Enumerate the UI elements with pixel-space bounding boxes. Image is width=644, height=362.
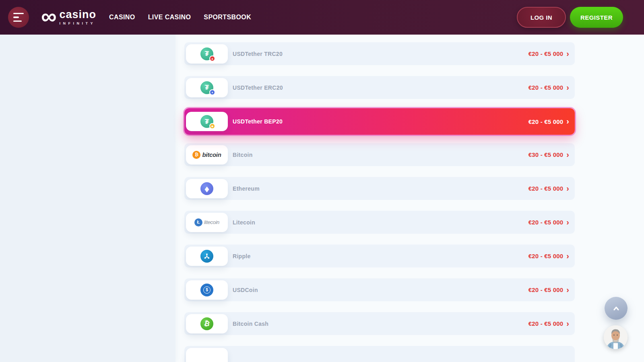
nav-item-live-casino[interactable]: LIVE CASINO [148, 14, 191, 21]
payment-methods-list: ₮▲ USDTether TRC20 €20 - €5 000 › ₮♦ USD… [184, 42, 575, 362]
hamburger-menu-icon[interactable] [8, 7, 29, 28]
row-chevron-icon: › [566, 218, 569, 226]
nav-item-sportsbook[interactable]: SPORTSBOOK [204, 14, 251, 21]
litecoin-coin-icon: Ł [194, 218, 202, 226]
payment-limits-wrap: €30 - €5 000 › [528, 151, 575, 159]
payment-method-row[interactable]: ₿bitcoin Bitcoin €30 - €5 000 › [184, 143, 575, 166]
payment-method-name: Ethereum [233, 185, 260, 192]
payment-limits-wrap: €20 - €5 000 › [528, 185, 575, 193]
bitcoin-cash-coin-icon: ₿ [200, 317, 213, 330]
payment-limits-wrap: €20 - €5 000 › [528, 84, 575, 92]
payment-method-name: USDCoin [233, 287, 258, 293]
ethereum-badge-icon: ♦ [209, 89, 215, 95]
bitcoin-icon: ₿bitcoin [186, 145, 228, 165]
left-background-panel [0, 35, 175, 362]
tether-ethereum-icon: ₮♦ [186, 78, 228, 97]
payment-limits: €20 - €5 000 [528, 253, 564, 259]
payment-method-name: Bitcoin [233, 152, 253, 158]
nav-item-casino[interactable]: CASINO [109, 14, 135, 21]
payment-method-row[interactable]: ◆ Ethereum €20 - €5 000 › [184, 177, 575, 200]
payment-method-row[interactable]: › [184, 346, 575, 362]
litecoin-icon: Łlitecoin [186, 213, 228, 232]
main-nav: CASINO LIVE CASINO SPORTSBOOK [109, 14, 251, 21]
tether-binance-icon: ₮◆ [186, 112, 228, 131]
login-button[interactable]: LOG IN [517, 7, 566, 28]
payment-method-row[interactable]: Łlitecoin Litecoin €20 - €5 000 › [184, 211, 575, 234]
payment-limits: €30 - €5 000 [528, 151, 564, 158]
register-button[interactable]: REGISTER [570, 7, 623, 28]
payment-method-name: USDTether BEP20 [233, 118, 283, 125]
bitcoin-coin-icon: ₿ [192, 151, 200, 159]
payment-method-row[interactable]: ₮▲ USDTether TRC20 €20 - €5 000 › [184, 42, 575, 65]
usdcoin-coin-icon: $ [200, 284, 213, 296]
payment-limits-wrap: €20 - €5 000 › [528, 320, 575, 328]
ethereum-icon: ◆ [186, 179, 228, 198]
logo-subtitle: infinity [60, 21, 97, 25]
logo-title: casino [60, 9, 97, 20]
payment-limits: €20 - €5 000 [528, 185, 564, 192]
row-chevron-icon: › [566, 49, 569, 58]
tether-tron-icon: ₮▲ [186, 44, 228, 64]
payment-method-name: USDTether TRC20 [233, 51, 283, 57]
payment-method-name: USDTether ERC20 [233, 84, 283, 91]
row-chevron-icon: › [566, 319, 569, 327]
hamburger-bars [13, 13, 24, 22]
payment-method-row[interactable]: ₮♦ USDTether ERC20 €20 - €5 000 › [184, 76, 575, 99]
payment-limits-wrap: €20 - €5 000 › [528, 117, 575, 125]
row-chevron-icon: › [566, 184, 569, 192]
row-chevron-icon: › [566, 252, 569, 260]
infinity-icon: ∞ [41, 8, 57, 25]
support-agent-avatar[interactable] [604, 325, 627, 349]
tether-coin-icon: ₮♦ [200, 81, 213, 94]
tron-badge-icon: ▲ [209, 56, 215, 62]
payment-method-row[interactable]: ₿ Bitcoin Cash €20 - €5 000 › [184, 312, 575, 335]
ripple-coin-icon [200, 250, 213, 263]
payment-method-row[interactable]: ₮◆ USDTether BEP20 €20 - €5 000 › [184, 108, 575, 135]
payment-method-row[interactable]: Ripple €20 - €5 000 › [184, 245, 575, 267]
litecoin-icon-wordmark: litecoin [204, 219, 219, 225]
payment-limits: €20 - €5 000 [528, 50, 564, 57]
row-chevron-icon: › [566, 117, 569, 125]
ripple-icon [186, 247, 228, 266]
row-chevron-icon: › [566, 150, 569, 158]
support-agent-portrait [604, 325, 627, 349]
ethereum-coin-icon: ◆ [200, 182, 213, 195]
payment-limits-wrap: €20 - €5 000 › [528, 50, 575, 58]
payment-method-name: Litecoin [233, 219, 255, 226]
payment-limits-wrap: €20 - €5 000 › [528, 218, 575, 226]
usdcoin-icon: $ [186, 280, 228, 300]
bitcoin-icon-wordmark: bitcoin [202, 151, 221, 158]
tether-coin-icon: ₮◆ [200, 115, 213, 128]
chevron-up-glyph [611, 303, 621, 314]
blank-icon [186, 348, 228, 362]
payment-method-row[interactable]: $ USDCoin €20 - €5 000 › [184, 278, 575, 301]
bitcoin-cash-icon: ₿ [186, 314, 228, 333]
payment-method-name: Bitcoin Cash [233, 321, 268, 327]
payment-method-name: Ripple [233, 253, 251, 259]
payment-limits-wrap: €20 - €5 000 › [528, 252, 575, 260]
casino-infinity-logo[interactable]: ∞ casino infinity [41, 9, 96, 26]
payment-limits: €20 - €5 000 [528, 118, 564, 125]
payment-limits: €20 - €5 000 [528, 320, 564, 327]
payment-limits: €20 - €5 000 [528, 286, 564, 293]
payment-limits: €20 - €5 000 [528, 84, 564, 91]
payment-limits-wrap: €20 - €5 000 › [528, 286, 575, 294]
binance-badge-icon: ◆ [209, 123, 215, 129]
chevron-up-icon[interactable] [605, 297, 627, 320]
tether-coin-icon: ₮▲ [200, 47, 213, 60]
payment-limits: €20 - €5 000 [528, 219, 564, 226]
top-navigation-bar: ∞ casino infinity CASINO LIVE CASINO SPO… [0, 0, 644, 35]
row-chevron-icon: › [566, 83, 569, 91]
row-chevron-icon: › [566, 286, 569, 294]
